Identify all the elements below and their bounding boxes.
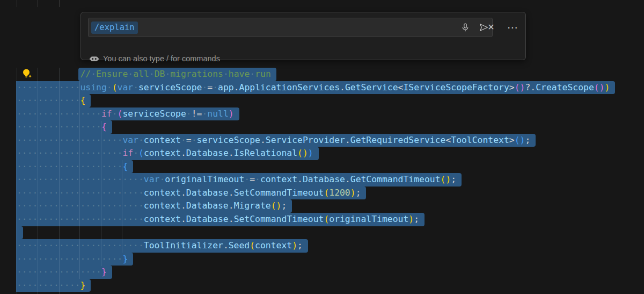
code-token: . xyxy=(234,82,239,92)
code-line[interactable]: ············{ xyxy=(0,94,644,107)
code-token: ; xyxy=(414,214,419,224)
rendered-whitespace: · xyxy=(223,69,229,79)
code-token: ToolInitializer xyxy=(144,240,223,250)
code-token: ; xyxy=(525,135,530,145)
code-line[interactable]: ················if·(serviceScope·!=·null… xyxy=(0,107,644,121)
code-line-text: ················if·(serviceScope·!=·null… xyxy=(17,107,234,121)
microphone-button[interactable] xyxy=(460,22,471,33)
code-line[interactable]: ························var·originalTime… xyxy=(0,173,644,187)
code-token: () xyxy=(594,82,605,92)
code-token: ( xyxy=(324,188,329,198)
code-line[interactable]: ························ToolInitializer.… xyxy=(0,239,644,253)
rendered-whitespace: · xyxy=(244,174,250,184)
code-line[interactable]: ················{ xyxy=(0,120,644,134)
code-token: SetCommandTimeout xyxy=(234,188,324,198)
code-token: IServiceScopeFactory xyxy=(403,82,509,92)
code-line[interactable]: ····················} xyxy=(0,253,644,266)
rendered-whitespace: ················ xyxy=(17,267,101,277)
code-token: } xyxy=(122,254,128,264)
code-line[interactable]: ························context.Database… xyxy=(0,187,644,200)
code-line[interactable]: ························context.Database… xyxy=(0,199,644,213)
rendered-whitespace: · xyxy=(202,109,207,119)
code-line[interactable]: ····················if·(context.Database… xyxy=(0,147,644,160)
indent-guide xyxy=(38,0,38,7)
code-token: } xyxy=(80,280,85,290)
code-token: ToolContext xyxy=(451,135,509,145)
rendered-whitespace: · xyxy=(91,69,96,79)
code-token: run xyxy=(255,69,271,79)
code-token: < xyxy=(398,82,404,92)
code-token: . xyxy=(229,148,234,158)
rendered-whitespace: ························ xyxy=(17,214,144,224)
more-actions-button[interactable]: ⋯ xyxy=(507,22,518,33)
code-token: ) xyxy=(292,240,297,250)
chat-hint-row: You can also type / for commands xyxy=(90,54,220,63)
code-token: GetService xyxy=(345,82,398,92)
code-line[interactable]: ························context.Database… xyxy=(0,213,644,226)
code-token: ?. xyxy=(525,82,536,92)
code-line-text: ············{ xyxy=(17,94,85,107)
rendered-whitespace: · xyxy=(165,69,170,79)
code-token: != xyxy=(192,109,202,119)
code-token: } xyxy=(101,267,107,277)
lightbulb-sparkle-icon xyxy=(21,68,34,81)
code-token: () xyxy=(441,174,451,184)
code-token: ( xyxy=(118,109,123,119)
code-line[interactable]: ····················var·context·=·servic… xyxy=(0,134,644,147)
inline-chat-widget: /explain ✕ xyxy=(80,12,526,60)
code-line-text: ····················{ xyxy=(17,160,128,174)
code-editor[interactable]: //·Ensure·all·DB·migrations·have·run····… xyxy=(0,68,644,292)
code-token: 1200 xyxy=(329,188,350,198)
code-token: ) xyxy=(350,188,356,198)
code-line[interactable]: ············using·(var·serviceScope·=·ap… xyxy=(0,81,644,95)
code-token: . xyxy=(181,148,186,158)
code-line-text: ····················} xyxy=(17,253,128,266)
code-token: Database xyxy=(303,174,345,184)
close-icon: ✕ xyxy=(487,23,494,32)
rendered-whitespace: ················ xyxy=(17,121,101,132)
vscode-editor-screen: /explain ✕ xyxy=(0,0,644,294)
code-token: migrations xyxy=(170,69,223,79)
rendered-whitespace: ···················· xyxy=(17,161,122,171)
rendered-whitespace: · xyxy=(107,82,112,92)
code-line[interactable]: ············} xyxy=(0,279,644,292)
close-button[interactable]: ✕ xyxy=(486,22,496,33)
code-token: Database xyxy=(186,214,229,224)
code-token: context xyxy=(144,188,181,198)
code-token: DB xyxy=(155,69,165,79)
rendered-whitespace: · xyxy=(192,135,197,145)
rendered-whitespace: · xyxy=(181,135,186,145)
chat-input[interactable]: /explain xyxy=(88,18,493,37)
code-line-text: ····················var·context·=·servic… xyxy=(17,134,530,147)
slash-command-chip[interactable]: /explain xyxy=(91,21,138,34)
code-token: . xyxy=(345,174,350,184)
code-token: if xyxy=(101,109,112,119)
code-token: . xyxy=(229,188,234,198)
code-line[interactable]: ····················{ xyxy=(0,160,644,174)
rendered-whitespace: · xyxy=(186,109,192,119)
code-line-text: ························context.Database… xyxy=(17,213,419,226)
code-token: context xyxy=(144,135,181,145)
code-line-text: ························context.Database… xyxy=(17,187,361,200)
code-token: ApplicationServices xyxy=(239,82,340,92)
rendered-whitespace: · xyxy=(133,82,138,92)
code-token: var xyxy=(122,135,138,145)
code-token: all xyxy=(133,69,149,79)
code-token: ; xyxy=(356,188,361,198)
code-token: null xyxy=(207,109,228,119)
code-token: . xyxy=(229,200,234,211)
indent-guide xyxy=(59,0,60,7)
code-line[interactable] xyxy=(0,226,644,240)
code-token: context xyxy=(144,214,181,224)
code-line[interactable]: ················} xyxy=(0,266,644,279)
code-token: context xyxy=(260,174,297,184)
rendered-whitespace: · xyxy=(159,174,165,184)
code-token: CreateScope xyxy=(536,82,594,92)
rendered-whitespace: ············ xyxy=(17,280,80,290)
code-token: context xyxy=(144,200,181,211)
code-token: serviceScope xyxy=(122,109,186,119)
code-token: { xyxy=(80,95,85,105)
code-line[interactable]: //·Ensure·all·DB·migrations·have·run xyxy=(0,68,644,81)
lightbulb-button[interactable] xyxy=(21,68,34,83)
code-token: originalTimeout xyxy=(329,214,408,224)
